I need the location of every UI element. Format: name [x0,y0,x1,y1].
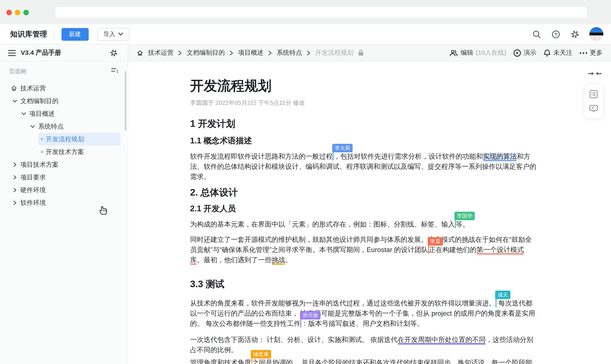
sidebar-item-hardware-env[interactable]: 硬件环境 [0,184,128,196]
doc-line: 为构成的基本元素，在界面中以「元素」的形式存在，例如：图标、分割线、标签、输入李… [190,219,517,230]
help-icon[interactable]: ? [551,29,560,39]
breadcrumb-item[interactable]: 项目概述 [238,49,263,57]
page-tools-card [584,84,603,119]
chevron-right-icon[interactable] [12,187,17,193]
text-run: ，包括对软件先进行需求分析，设计软件的功能和 [334,153,483,160]
breadcrumb-item-current: 开发流程规划 [315,49,353,57]
sidebar-item-project-requirements[interactable]: 项目要求 [0,171,128,184]
document: 开发流程规划 李圆圆于 2022年05月2日 下午5点11分 修改 1 开发计划… [190,62,517,364]
breadcrumb-item[interactable]: 系统特点 [277,49,302,57]
text-run: 一次迭代包含下面活动： 计划、分析、设计、实施和测试。 依据迭代 [190,336,398,343]
chevron-right-icon[interactable] [12,162,17,167]
chevron-right-icon [307,50,311,55]
sidebar-scrollbar[interactable] [125,71,126,131]
chevron-right-icon[interactable] [12,175,17,180]
sidebar-item-label: 项目概述 [29,110,55,118]
sidebar-item-label: 项目技术方案 [20,161,59,169]
chevron-down-icon[interactable] [30,124,35,129]
collab-cursor-label: 李大易 [332,144,353,152]
collab-cursor-label: 成天 [495,291,510,299]
chevron-down-icon[interactable] [21,111,26,116]
last-modified-byline: 李圆圆于 2022年05月2日 下午5点11分 修改 [190,99,517,106]
text-run: 法、软件的总体结构设计和模块设计、编码和调试、程序联调和测试以及编写、提交程序等… [190,163,536,170]
collab-caret: 常昊 [428,245,429,254]
sidebar-item-label: 文档编制目的 [20,97,59,105]
present-button[interactable]: 演示 [513,49,536,57]
address-bar[interactable] [56,7,586,18]
outline-icon[interactable] [589,90,598,98]
marked-text: 第一个设计模式 [477,246,524,253]
text-run: 软件开发流程即软件设计思路和方法的一般过程 [190,153,333,160]
collab-caret: 成天 [495,298,496,307]
more-label: 更多 [590,49,602,57]
new-button[interactable]: 新建 [61,28,89,40]
sidebar-item-doc-purpose[interactable]: 文档编制目的 [0,95,128,107]
page-title: 开发流程规划 [190,77,517,95]
online-count: (10人在线) [476,49,506,57]
app-header: 知识库管理 新建 导入 ? [0,24,611,45]
marked-text: 实现的算法 [483,153,517,160]
header-divider [54,29,54,39]
text-run: 之间是协调的， 并且各个阶段的结束还和各次迭代的结束保持同步。换句话说，每一个阶… [252,359,532,364]
window-minimize-button[interactable] [15,10,20,15]
doc-paragraph: 同时还建立了一套开源模式的维护机制，鼓励其他设计师共同参与体系的发展。这个模式的… [190,234,517,265]
sidebar-page-tree: 页面树 技术运营 文档编制目的 [0,62,128,364]
lock-icon [358,50,364,56]
sidebar-item-project-overview[interactable]: 项目概述 [0,107,128,120]
breadcrumb-item[interactable]: 技术运营 [148,49,174,57]
collab-caret: 孙天扬 [301,319,301,327]
sidebar-item-system-features[interactable]: 系统特点 [0,120,128,133]
doc-line: 以一个可运行的产品的公布而结束， 该产品可能是完整版本号的一个子集，但从 pro… [190,308,517,319]
sidebar-item-label: 技术运营 [20,84,46,92]
chevron-down-icon[interactable] [12,98,17,104]
document-content-area[interactable]: 开发流程规划 李圆圆于 2022年05月2日 下午5点11分 修改 1 开发计划… [129,62,611,364]
doc-paragraph: 从技术的角度来看，软件开发能够视为一连串的迭代过程，通过这些迭代被开发的软件得以… [190,298,517,329]
sidebar-item-dev-process-planning-selected[interactable]: 开发流程规划 [38,133,120,145]
sidebar-item-label: 项目要求 [20,173,46,181]
import-button[interactable]: 导入 [97,28,129,40]
chevron-down-icon [118,33,123,36]
more-button[interactable]: 更多 [580,49,602,57]
doc-line: 管理角度和技术角度锺世康之间是协调的， 并且各个阶段的结束还和各次迭代的结束保持… [190,358,517,364]
chevron-right-icon [268,50,272,55]
window-zoom-button[interactable] [23,10,29,15]
tree-sort-icon[interactable] [111,68,118,76]
doc-paragraph: 一次迭代包含下面活动： 计划、分析、设计、实施和测试。 依据迭代在开发周期中所处… [190,335,517,355]
follow-button[interactable]: 未关注 [544,49,572,57]
comment-icon[interactable] [589,104,598,113]
sidebar-item-dev-tech-plan[interactable]: 开发技术方案 [0,145,128,158]
text-run: 和方 [517,153,530,160]
sidebar-item-home[interactable]: 技术运营 [0,82,128,95]
text-run: 每次迭代都 [496,299,532,307]
marked-text: 挑战 [272,256,285,263]
settings-gear-icon[interactable] [570,29,580,39]
window-close-button[interactable] [6,10,12,15]
edit-label: 编辑 [461,49,473,57]
collab-caret: 锺世康 [251,358,252,364]
window-titlebar [0,0,611,24]
text-run: ：版本号描写叙述、用户文档和计划等。 [301,320,424,327]
collapse-width-icon[interactable] [587,70,602,78]
sidebar-item-project-tech-plan[interactable]: 项目技术方案 [0,158,128,171]
space-settings-gear-icon[interactable] [109,48,118,57]
collaborators-icon [450,49,458,56]
text-run: 管理角度和技术角度 [190,359,251,364]
doc-paragraph: 软件开发流程即软件设计思路和方法的一般过程李大易，包括对软件先进行需求分析，设计… [190,151,517,182]
present-label: 演示 [524,49,536,57]
doc-heading: 1 开发计划 [190,117,517,130]
hamburger-menu-icon[interactable] [7,48,16,57]
user-avatar[interactable] [589,27,603,41]
text-run: 正在构建他们的 [429,246,477,253]
sidebar-item-label: 开发流程规划 [46,135,84,143]
breadcrumb: 技术运营 文档编制目的 项目概述 系统特点 开发流程规划 [137,49,364,57]
mouse-hand-cursor [98,204,109,217]
collab-cursor-label: 孙天扬 [300,311,321,319]
space-title: V3.4 产品手册 [21,49,61,57]
chevron-right-icon[interactable] [12,200,17,205]
marked-text: 库 [190,256,197,263]
home-icon[interactable] [137,49,143,56]
edit-button[interactable]: 编辑 (10人在线) [450,49,506,57]
search-icon[interactable] [532,29,541,39]
breadcrumb-item[interactable]: 文档编制目的 [187,49,225,57]
text-run: 为构成的基本元素，在界面中以「元素」的形式存在，例如：图标、分割线、标签、输入 [190,221,455,228]
